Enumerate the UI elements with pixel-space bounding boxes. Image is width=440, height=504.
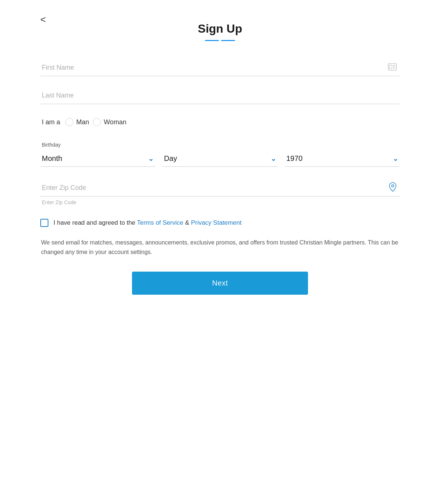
terms-text: I have read and agreed to the Terms of S… [54, 218, 242, 228]
birthday-dropdowns: Month ⌄ Day ⌄ 1970 ⌄ [40, 151, 400, 167]
header-line-2 [221, 40, 235, 41]
svg-point-5 [392, 185, 394, 187]
terms-conjunction: & [183, 219, 191, 226]
gender-man-option[interactable]: Man [65, 118, 89, 126]
birthday-day-dropdown[interactable]: Day ⌄ [162, 151, 277, 167]
last-name-input[interactable] [40, 87, 400, 104]
privacy-statement-link[interactable]: Privacy Statement [191, 219, 242, 226]
page-title: Sign Up [40, 22, 400, 36]
header: Sign Up [40, 15, 400, 41]
terms-of-service-link[interactable]: Terms of Service [137, 219, 183, 226]
birthday-day-value: Day [164, 154, 270, 163]
birthday-year-value: 1970 [286, 154, 393, 163]
gender-woman-radio[interactable] [93, 118, 101, 126]
birthday-label: Birthday [40, 142, 400, 148]
first-name-field [40, 59, 400, 76]
birthday-day-arrow-icon: ⌄ [271, 155, 276, 163]
gender-woman-label: Woman [104, 118, 126, 126]
location-pin-icon [389, 182, 397, 194]
terms-row: I have read and agreed to the Terms of S… [40, 218, 400, 228]
gender-man-label: Man [76, 118, 89, 126]
birthday-month-value: Month [42, 154, 148, 163]
gender-label: I am a [42, 118, 60, 126]
page-container: < Sign Up I [27, 0, 412, 317]
birthday-month-arrow-icon: ⌄ [148, 155, 154, 163]
next-button[interactable]: Next [132, 272, 308, 295]
header-decoration [40, 40, 400, 41]
birthday-section: Birthday Month ⌄ Day ⌄ 1970 ⌄ [40, 142, 400, 167]
gender-man-radio[interactable] [65, 118, 73, 126]
gender-woman-option[interactable]: Woman [93, 118, 126, 126]
terms-checkbox[interactable] [40, 219, 48, 227]
header-line-1 [205, 40, 219, 41]
zip-hint: Enter Zip Code [40, 199, 400, 205]
gender-row: I am a Man Woman [40, 115, 400, 129]
signup-form: I am a Man Woman Birthday Month ⌄ Day ⌄ [40, 59, 400, 295]
birthday-year-arrow-icon: ⌄ [393, 155, 398, 163]
zip-input-wrapper [40, 180, 400, 196]
last-name-field [40, 87, 400, 104]
svg-rect-1 [389, 65, 392, 69]
terms-text-before: I have read and agreed to the [54, 219, 137, 226]
disclaimer-text: We send email for matches, messages, ann… [40, 238, 400, 257]
birthday-year-dropdown[interactable]: 1970 ⌄ [285, 151, 400, 167]
back-button[interactable]: < [40, 15, 46, 24]
birthday-month-dropdown[interactable]: Month ⌄ [40, 151, 155, 167]
zip-section: Enter Zip Code [40, 180, 400, 205]
first-name-input[interactable] [40, 59, 400, 76]
contact-card-icon [388, 63, 397, 73]
zip-code-input[interactable] [40, 180, 400, 196]
